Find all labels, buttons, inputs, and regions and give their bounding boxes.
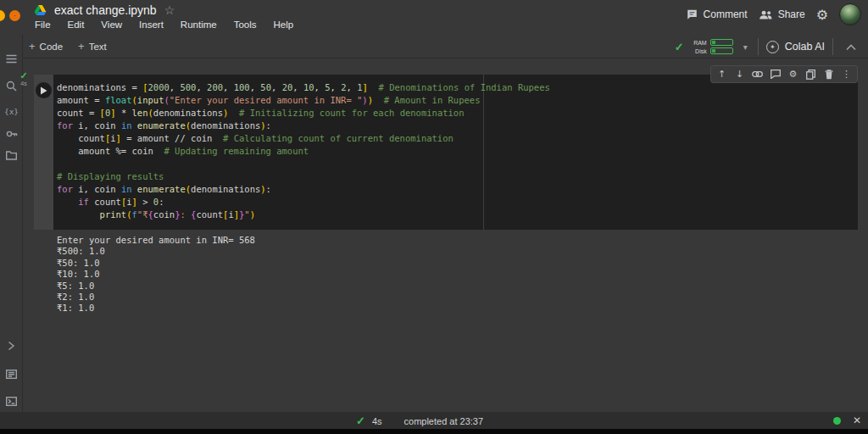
- cell-comment-icon[interactable]: [766, 66, 784, 82]
- share-icon: [759, 8, 773, 20]
- drive-icon: [34, 4, 47, 16]
- cell-execution-indicator: ✓ 4s: [15, 71, 32, 87]
- cell-settings-icon[interactable]: ⚙: [784, 66, 802, 82]
- secrets-icon[interactable]: [0, 124, 23, 144]
- code-line: print(f"₹{coin}: {count[i]}"): [57, 209, 858, 221]
- menu-view[interactable]: View: [99, 19, 124, 31]
- cell-gutter: [34, 75, 53, 230]
- menu-file[interactable]: File: [33, 19, 53, 31]
- colab-ai-label: Colab AI: [785, 41, 825, 53]
- link-icon[interactable]: [748, 66, 766, 82]
- settings-gear-icon[interactable]: ⚙: [816, 7, 828, 23]
- executed-check-icon: ✓: [15, 71, 32, 81]
- variables-glyph: {x}: [4, 107, 19, 116]
- left-sidebar: {x}: [0, 35, 23, 412]
- kernel-status-dot: [833, 417, 841, 425]
- cell-toolbar: ↑ ↓ ⚙ ⋮: [710, 65, 858, 83]
- add-code-label: Code: [40, 42, 64, 52]
- colab-logo[interactable]: [0, 1, 28, 33]
- move-up-icon[interactable]: ↑: [713, 66, 731, 82]
- comment-icon: [686, 8, 698, 20]
- plus-icon: +: [29, 40, 36, 53]
- disk-gauge: [710, 47, 733, 54]
- bottom-strip: [0, 429, 868, 434]
- add-text-button[interactable]: + Text: [78, 40, 107, 53]
- run-cell-button[interactable]: [36, 82, 52, 98]
- code-line: count = [0] * len(denominations) # Initi…: [57, 107, 858, 120]
- colab-logo-ring-left: [0, 10, 5, 21]
- code-snippets-icon[interactable]: [0, 336, 23, 356]
- code-line: amount %= coin # Updating remaining amou…: [57, 145, 858, 158]
- code-line: [57, 158, 858, 170]
- code-line: denominations = [2000, 500, 200, 100, 50…: [57, 81, 858, 94]
- menu-help[interactable]: Help: [272, 19, 296, 31]
- output-line: ₹500: 1.0: [57, 246, 255, 257]
- status-duration: 4s: [372, 416, 382, 426]
- menu-bar: FileEditViewInsertRuntimeToolsHelp: [33, 19, 295, 31]
- more-options-icon[interactable]: ⋮: [837, 66, 855, 82]
- colab-app: exact change.ipynb ☆ FileEditViewInsertR…: [0, 0, 868, 434]
- colab-ai-icon: ✦: [766, 41, 779, 53]
- command-palette-icon[interactable]: [0, 364, 23, 384]
- colab-ai-button[interactable]: ✦ Colab AI: [766, 41, 825, 53]
- menu-tools[interactable]: Tools: [232, 19, 259, 31]
- header: exact change.ipynb ☆ FileEditViewInsertR…: [0, 0, 868, 35]
- chevron-up-icon: [846, 44, 856, 51]
- runtime-caret-down-icon[interactable]: ▾: [741, 42, 750, 52]
- code-lines: denominations = [2000, 500, 200, 100, 50…: [53, 75, 858, 221]
- code-line: count[i] = amount // coin # Calculating …: [57, 132, 858, 145]
- code-line: if count[i] > 0:: [57, 196, 858, 209]
- ram-label: RAM: [692, 40, 707, 46]
- plus-icon: +: [78, 40, 85, 53]
- status-message: completed at 23:37: [404, 416, 484, 426]
- comment-button[interactable]: Comment: [686, 8, 748, 20]
- files-icon[interactable]: [0, 145, 23, 165]
- connected-check-icon: ✓: [675, 41, 684, 53]
- menu-insert[interactable]: Insert: [137, 19, 165, 31]
- output-line: ₹50: 1.0: [57, 258, 255, 269]
- output-line: ₹5: 1.0: [57, 281, 255, 292]
- code-line: for i, coin in enumerate(denominations):: [57, 120, 858, 132]
- output-line: ₹2: 1.0: [57, 292, 255, 303]
- move-down-icon[interactable]: ↓: [731, 66, 748, 82]
- terminal-icon[interactable]: [0, 391, 23, 411]
- code-editor[interactable]: denominations = [2000, 500, 200, 100, 50…: [53, 75, 858, 230]
- status-bar: ✓ 4s completed at 23:37 ✕: [0, 412, 868, 429]
- execution-time: 4s: [15, 81, 32, 87]
- code-cell: denominations = [2000, 500, 200, 100, 50…: [34, 75, 858, 230]
- play-icon: [40, 86, 47, 95]
- menu-edit[interactable]: Edit: [66, 19, 86, 31]
- copy-cell-icon[interactable]: [802, 66, 820, 82]
- divider: [832, 38, 833, 55]
- user-avatar[interactable]: [839, 3, 861, 25]
- status-check-icon: ✓: [356, 415, 365, 427]
- add-code-button[interactable]: + Code: [29, 40, 63, 53]
- colab-logo-ring-right: [9, 10, 20, 21]
- share-button[interactable]: Share: [759, 8, 805, 20]
- delete-cell-icon[interactable]: [820, 66, 837, 82]
- comment-label: Comment: [704, 8, 748, 20]
- notebook-title[interactable]: exact change.ipynb: [54, 3, 157, 17]
- table-of-contents-icon[interactable]: [0, 48, 23, 69]
- ram-gauge: [710, 39, 733, 46]
- output-line: ₹10: 1.0: [57, 269, 255, 280]
- variables-icon[interactable]: {x}: [0, 101, 23, 121]
- notebook-toolbar: + Code + Text ✓ RAM Disk ▾: [23, 35, 868, 58]
- code-line: # Displaying results: [57, 170, 858, 183]
- divider: [758, 38, 759, 55]
- output-line: Enter your desired amount in INR= 568: [57, 235, 255, 246]
- code-line: for i, coin in enumerate(denominations):: [57, 183, 858, 196]
- disk-label: Disk: [692, 48, 707, 54]
- close-status-icon[interactable]: ✕: [853, 415, 861, 426]
- star-icon[interactable]: ☆: [164, 3, 175, 17]
- output-line: ₹1: 1.0: [57, 303, 255, 314]
- resource-monitor[interactable]: RAM Disk: [692, 39, 733, 54]
- add-text-label: Text: [89, 42, 107, 52]
- cell-output: Enter your desired amount in INR= 568₹50…: [57, 235, 255, 314]
- menu-runtime[interactable]: Runtime: [179, 19, 219, 31]
- code-line: amount = float(input("Enter your desired…: [57, 94, 858, 107]
- share-label: Share: [778, 8, 805, 20]
- collapse-toolbar-button[interactable]: [841, 39, 861, 54]
